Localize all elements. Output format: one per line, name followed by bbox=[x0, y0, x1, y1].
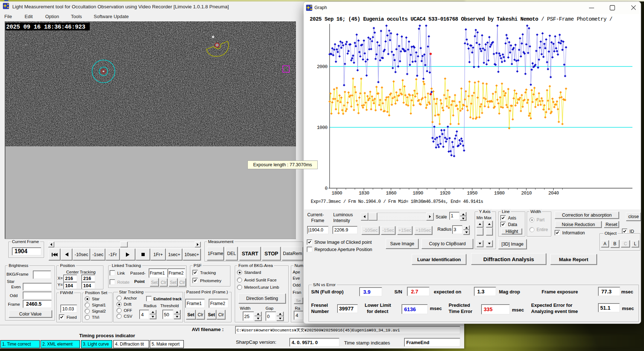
svg-text:1000: 1000 bbox=[317, 125, 327, 130]
svg-text:1950: 1950 bbox=[467, 191, 477, 196]
svg-text:1860: 1860 bbox=[386, 191, 396, 196]
svg-text:2025 09 16 18:36:46:923: 2025 09 16 18:36:46:923 bbox=[6, 24, 85, 30]
svg-text:2000: 2000 bbox=[317, 64, 327, 70]
svg-text:1920: 1920 bbox=[440, 191, 450, 196]
svg-text:0: 0 bbox=[325, 186, 327, 191]
svg-text:2040: 2040 bbox=[548, 191, 559, 196]
svg-text:1980: 1980 bbox=[494, 191, 504, 196]
svg-text:2010: 2010 bbox=[521, 191, 531, 196]
svg-text:1800: 1800 bbox=[331, 191, 342, 196]
svg-text:1890: 1890 bbox=[412, 191, 423, 196]
svg-text:1830: 1830 bbox=[359, 191, 369, 196]
